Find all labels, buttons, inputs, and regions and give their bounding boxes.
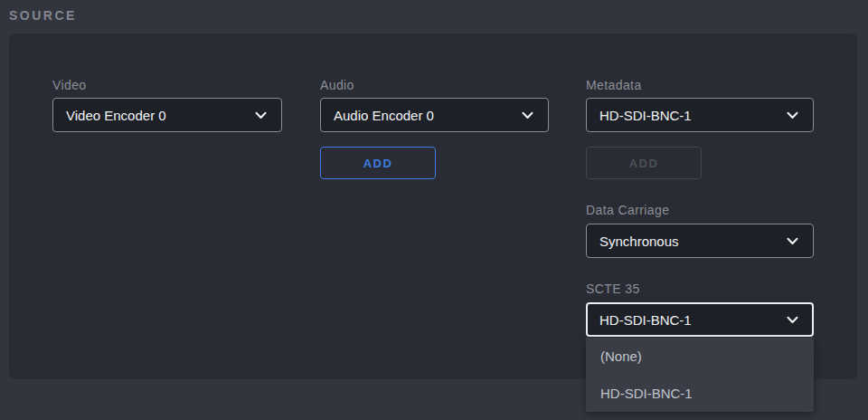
metadata-source-value: HD-SDI-BNC-1 bbox=[599, 108, 692, 123]
chevron-down-icon bbox=[787, 237, 798, 245]
data-carriage-label: Data Carriage bbox=[586, 203, 669, 217]
scte35-source-value: HD-SDI-BNC-1 bbox=[599, 312, 692, 328]
metadata-label: Metadata bbox=[586, 78, 642, 92]
data-carriage-value: Synchronous bbox=[599, 234, 679, 249]
video-source-value: Video Encoder 0 bbox=[66, 108, 166, 123]
scte35-label: SCTE 35 bbox=[586, 282, 640, 296]
chevron-down-icon bbox=[522, 111, 533, 119]
add-audio-button[interactable]: ADD bbox=[320, 147, 436, 179]
add-metadata-button-disabled: ADD bbox=[586, 147, 702, 179]
video-label: Video bbox=[52, 78, 87, 92]
chevron-down-icon bbox=[787, 316, 798, 324]
audio-source-value: Audio Encoder 0 bbox=[334, 108, 434, 123]
source-section-title: SOURCE bbox=[9, 8, 77, 23]
audio-label: Audio bbox=[320, 78, 354, 92]
scte35-dropdown-menu: (None) HD-SDI-BNC-1 bbox=[586, 338, 814, 412]
audio-source-select[interactable]: Audio Encoder 0 bbox=[320, 98, 549, 132]
metadata-source-select[interactable]: HD-SDI-BNC-1 bbox=[586, 98, 814, 132]
scte35-option-hd-sdi-bnc-1[interactable]: HD-SDI-BNC-1 bbox=[586, 375, 814, 412]
scte35-source-select[interactable]: HD-SDI-BNC-1 bbox=[586, 302, 814, 337]
scte35-option-none[interactable]: (None) bbox=[586, 338, 814, 375]
chevron-down-icon bbox=[255, 111, 267, 119]
chevron-down-icon bbox=[787, 111, 798, 119]
source-page: SOURCE Video Video Encoder 0 Audio Audio… bbox=[0, 0, 868, 420]
video-source-select[interactable]: Video Encoder 0 bbox=[52, 98, 282, 132]
data-carriage-select[interactable]: Synchronous bbox=[586, 224, 814, 258]
